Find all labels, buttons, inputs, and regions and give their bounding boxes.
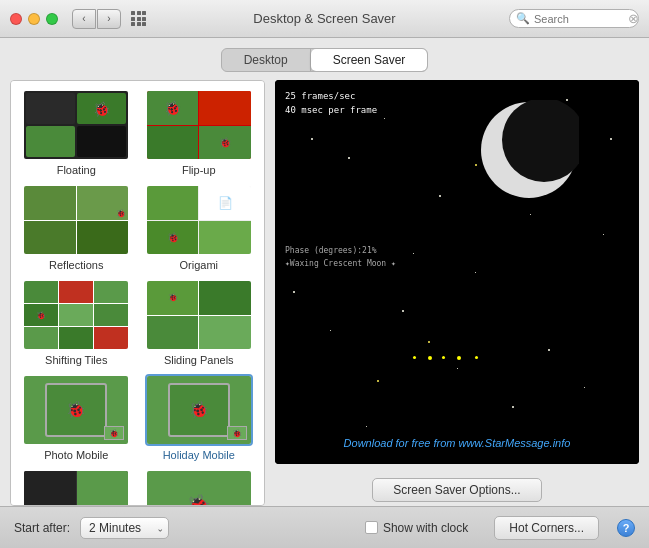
start-after-label: Start after:	[14, 521, 70, 535]
screensaver-thumb-extra2[interactable]: 🐞	[145, 469, 253, 506]
screensaver-label-sliding: Sliding Panels	[164, 354, 234, 366]
show-clock-label: Show with clock	[383, 521, 468, 535]
options-row: Screen Saver Options...	[275, 474, 639, 506]
screen-saver-options-button[interactable]: Screen Saver Options...	[372, 478, 541, 502]
screensaver-label-origami: Origami	[179, 259, 218, 271]
screensaver-item-origami[interactable]: 📄 🐞 Origami	[142, 184, 257, 271]
nav-buttons: ‹ ›	[72, 9, 121, 29]
tab-group: Desktop Screen Saver	[221, 48, 429, 72]
titlebar: ‹ › Desktop & Screen Saver 🔍 ⊗	[0, 0, 649, 38]
forward-button[interactable]: ›	[97, 9, 121, 29]
content-area: 🐞 Floating 🐞 🐞 Flip-up	[0, 80, 649, 506]
traffic-lights	[10, 13, 58, 25]
screensaver-item-floating[interactable]: 🐞 Floating	[19, 89, 134, 176]
screensaver-item-extra2[interactable]: 🐞	[142, 469, 257, 506]
tab-desktop[interactable]: Desktop	[222, 49, 310, 71]
screensaver-item-sliding[interactable]: 🐞 Sliding Panels	[142, 279, 257, 366]
search-input[interactable]	[534, 13, 624, 25]
screensaver-label-holiday: Holiday Mobile	[163, 449, 235, 461]
screensaver-label-reflections: Reflections	[49, 259, 103, 271]
preview-phase-text: Phase (degrees):21% ✦Waxing Crescent Moo…	[285, 245, 396, 271]
hot-corners-button[interactable]: Hot Corners...	[494, 516, 599, 540]
clock-check: Show with clock	[365, 521, 468, 535]
show-clock-checkbox[interactable]	[365, 521, 378, 534]
stars-background	[275, 80, 639, 464]
bottom-bar: Start after: 1 Minute 2 Minutes 5 Minute…	[0, 506, 649, 548]
start-after-select-wrapper[interactable]: 1 Minute 2 Minutes 5 Minutes 10 Minutes …	[80, 517, 169, 539]
window-title: Desktop & Screen Saver	[253, 11, 395, 26]
screensaver-label-shifting: Shifting Tiles	[45, 354, 107, 366]
screensaver-item-flipup[interactable]: 🐞 🐞 Flip-up	[142, 89, 257, 176]
clear-search-button[interactable]: ⊗	[628, 12, 639, 25]
preview-bottom-text: Download for free from www.StarMessage.i…	[275, 437, 639, 449]
screensaver-item-photo[interactable]: 🐞 🐞 Photo Mobile	[19, 374, 134, 461]
preview-fps-text: 25 frames/sec 40 msec per frame	[285, 90, 377, 117]
search-icon: 🔍	[516, 12, 530, 25]
moon-graphic	[479, 100, 579, 200]
screensaver-thumb-flipup[interactable]: 🐞 🐞	[145, 89, 253, 161]
screensaver-thumb-sliding[interactable]: 🐞	[145, 279, 253, 351]
close-button[interactable]	[10, 13, 22, 25]
screensaver-item-holiday[interactable]: 🐞 🐞 Holiday Mobile	[142, 374, 257, 461]
screensaver-thumb-extra1[interactable]	[22, 469, 130, 506]
screensaver-item-shifting[interactable]: 🐞 Shifting Tiles	[19, 279, 134, 366]
screensaver-thumb-photo[interactable]: 🐞 🐞	[22, 374, 130, 446]
maximize-button[interactable]	[46, 13, 58, 25]
search-bar[interactable]: 🔍 ⊗	[509, 9, 639, 28]
right-panel: 25 frames/sec 40 msec per frame Phase (d…	[275, 80, 639, 506]
screensaver-thumb-origami[interactable]: 📄 🐞	[145, 184, 253, 256]
screensaver-label-photo: Photo Mobile	[44, 449, 108, 461]
grid-icon[interactable]	[131, 11, 146, 26]
screensaver-list[interactable]: 🐞 Floating 🐞 🐞 Flip-up	[10, 80, 265, 506]
main-content: Desktop Screen Saver 🐞 Floating	[0, 38, 649, 548]
screensaver-item-extra1[interactable]	[19, 469, 134, 506]
screensaver-item-reflections[interactable]: 🐞 Reflections	[19, 184, 134, 271]
screensaver-thumb-reflections[interactable]: 🐞	[22, 184, 130, 256]
screensaver-thumb-floating[interactable]: 🐞	[22, 89, 130, 161]
start-after-select[interactable]: 1 Minute 2 Minutes 5 Minutes 10 Minutes …	[80, 517, 169, 539]
preview-content: 25 frames/sec 40 msec per frame Phase (d…	[275, 80, 639, 464]
back-button[interactable]: ‹	[72, 9, 96, 29]
screensaver-thumb-shifting[interactable]: 🐞	[22, 279, 130, 351]
screensaver-thumb-holiday[interactable]: 🐞 🐞	[145, 374, 253, 446]
screensaver-label-floating: Floating	[57, 164, 96, 176]
preview-area: 25 frames/sec 40 msec per frame Phase (d…	[275, 80, 639, 464]
help-button[interactable]: ?	[617, 519, 635, 537]
tab-screensaver[interactable]: Screen Saver	[311, 49, 428, 71]
minimize-button[interactable]	[28, 13, 40, 25]
screensaver-label-flipup: Flip-up	[182, 164, 216, 176]
tab-bar: Desktop Screen Saver	[0, 38, 649, 80]
